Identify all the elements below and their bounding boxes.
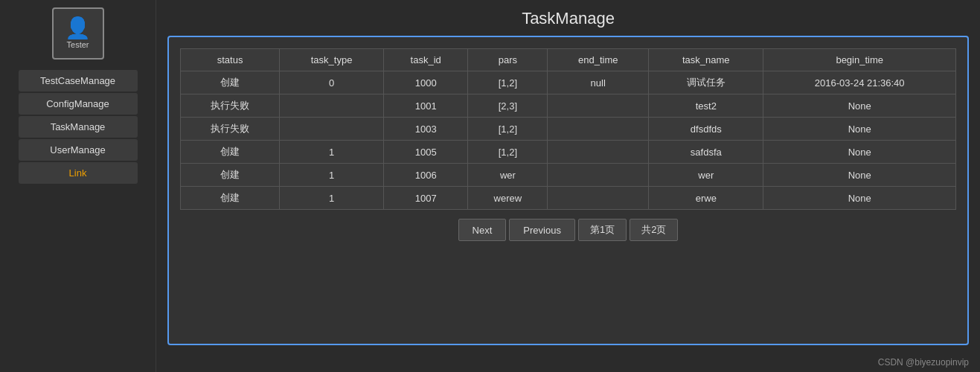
cell-task_name-0: 调试任务: [649, 71, 763, 94]
sidebar-item-user[interactable]: UserManage: [19, 139, 138, 161]
cell-task_type-3: 1: [280, 141, 384, 164]
pagination: Next Previous 第1页 共2页: [180, 219, 956, 241]
cell-pars-0: [1,2]: [468, 71, 548, 94]
cell-pars-3: [1,2]: [468, 141, 548, 164]
cell-end_time-5: [548, 187, 649, 210]
table-row: 创建01000[1,2]null调试任务2016-03-24 21:36:40: [181, 71, 956, 94]
cell-task_name-3: safdsfa: [649, 141, 763, 164]
cell-task_type-0: 0: [280, 71, 384, 94]
cell-end_time-4: [548, 164, 649, 187]
col-header-begin-time: begin_time: [763, 49, 956, 71]
cell-begin_time-0: 2016-03-24 21:36:40: [763, 71, 956, 94]
cell-end_time-3: [548, 141, 649, 164]
cell-pars-5: werew: [468, 187, 548, 210]
cell-begin_time-3: None: [763, 141, 956, 164]
table-row: 执行失败1003[1,2]dfsdfdsNone: [181, 118, 956, 141]
cell-task_name-5: erwe: [649, 187, 763, 210]
sidebar-item-testcase[interactable]: TestCaseManage: [19, 70, 138, 92]
col-header-pars: pars: [468, 49, 548, 71]
total-pages-info: 共2页: [630, 219, 678, 241]
cell-end_time-0: null: [548, 71, 649, 94]
cell-pars-4: wer: [468, 164, 548, 187]
sidebar: 👤 Tester TestCaseManage ConfigManage Tas…: [0, 0, 156, 372]
cell-task_name-1: test2: [649, 94, 763, 118]
cell-task_id-3: 1005: [383, 141, 467, 164]
table-header-row: status task_type task_id pars end_time t…: [181, 49, 956, 71]
cell-begin_time-2: None: [763, 118, 956, 141]
col-header-task-name: task_name: [649, 49, 763, 71]
cell-task_type-2: [280, 118, 384, 141]
cell-begin_time-5: None: [763, 187, 956, 210]
col-header-status: status: [181, 49, 280, 71]
cell-pars-1: [2,3]: [468, 94, 548, 118]
col-header-task-type: task_type: [280, 49, 384, 71]
col-header-end-time: end_time: [548, 49, 649, 71]
sidebar-item-link[interactable]: Link: [19, 162, 138, 184]
page-title: TaskManage: [156, 0, 980, 36]
cell-task_id-1: 1001: [383, 94, 467, 118]
col-header-task-id: task_id: [383, 49, 467, 71]
cell-task_id-5: 1007: [383, 187, 467, 210]
table-row: 创建11005[1,2]safdsfaNone: [181, 141, 956, 164]
cell-status-2: 执行失败: [181, 118, 280, 141]
sidebar-nav: TestCaseManage ConfigManage TaskManage U…: [0, 70, 156, 184]
cell-begin_time-4: None: [763, 164, 956, 187]
cell-status-4: 创建: [181, 164, 280, 187]
cell-task_name-4: wer: [649, 164, 763, 187]
cell-task_type-1: [280, 94, 384, 118]
current-page-info: 第1页: [578, 219, 627, 241]
cell-task_id-2: 1003: [383, 118, 467, 141]
previous-button[interactable]: Previous: [509, 219, 575, 241]
cell-begin_time-1: None: [763, 94, 956, 118]
table-row: 创建11006werwerNone: [181, 164, 956, 187]
avatar-label: Tester: [67, 40, 89, 49]
cell-status-0: 创建: [181, 71, 280, 94]
cell-end_time-1: [548, 94, 649, 118]
cell-task_id-0: 1000: [383, 71, 467, 94]
cell-pars-2: [1,2]: [468, 118, 548, 141]
cell-task_type-5: 1: [280, 187, 384, 210]
cell-end_time-2: [548, 118, 649, 141]
content-area: status task_type task_id pars end_time t…: [167, 36, 969, 345]
avatar: 👤 Tester: [52, 7, 104, 60]
sidebar-item-task[interactable]: TaskManage: [19, 116, 138, 138]
table-row: 创建11007werewerweNone: [181, 187, 956, 210]
cell-task_name-2: dfsdfds: [649, 118, 763, 141]
user-icon: 👤: [65, 18, 91, 39]
sidebar-item-config[interactable]: ConfigManage: [19, 93, 138, 115]
cell-status-5: 创建: [181, 187, 280, 210]
next-button[interactable]: Next: [458, 219, 507, 241]
cell-status-3: 创建: [181, 141, 280, 164]
cell-task_id-4: 1006: [383, 164, 467, 187]
cell-task_type-4: 1: [280, 164, 384, 187]
main-content: TaskManage status task_type task_id pars…: [156, 0, 980, 372]
footer-credit: CSDN @biyezuopinvip: [878, 357, 969, 368]
table-row: 执行失败1001[2,3]test2None: [181, 94, 956, 118]
footer: CSDN @biyezuopinvip: [156, 353, 980, 372]
task-table: status task_type task_id pars end_time t…: [180, 48, 956, 210]
cell-status-1: 执行失败: [181, 94, 280, 118]
